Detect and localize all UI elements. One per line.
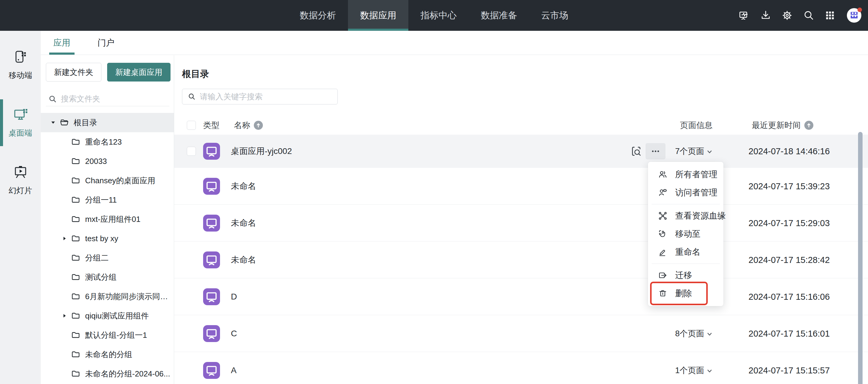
rail-item-desktop[interactable]: 桌面端 xyxy=(0,99,41,146)
menu-item-users[interactable]: 所有者管理 xyxy=(648,166,723,183)
topnav-tab-3[interactable]: 指标中心 xyxy=(408,0,469,31)
table-row[interactable]: 桌面应用-yjc002 7个页面 2024-07-18 14:46:16 xyxy=(174,135,868,168)
desktop-app-type-icon xyxy=(203,325,220,342)
rail-item-slides[interactable]: 幻灯片 xyxy=(0,157,41,204)
folder-icon xyxy=(71,234,81,243)
keyword-search-input[interactable] xyxy=(200,92,337,101)
caret-icon[interactable] xyxy=(61,215,68,223)
top-navigation-bar: 数据分析 数据应用 指标中心 数据准备 云市场 xyxy=(0,0,868,31)
tree-item[interactable]: 测试分组 xyxy=(41,267,174,287)
secondary-tab-2[interactable]: 门户 xyxy=(93,31,119,55)
tree-item[interactable]: 分组一11 xyxy=(41,190,174,209)
sort-ascending-icon[interactable] xyxy=(254,121,263,130)
data-screen-icon[interactable] xyxy=(738,9,751,22)
caret-icon[interactable] xyxy=(61,157,68,165)
table-row[interactable]: 未命名 2024-07-17 15:28:42 xyxy=(174,241,868,278)
tree-item[interactable]: 未命名的分组 xyxy=(41,345,174,364)
table-row[interactable]: 未命名 2024-07-17 15:29:03 xyxy=(174,205,868,241)
table-row[interactable]: D 2024-07-17 15:16:06 xyxy=(174,278,868,315)
select-all-checkbox[interactable] xyxy=(187,121,196,130)
menu-item-trash[interactable]: 删除 xyxy=(648,285,723,302)
tree-item[interactable]: 根目录 xyxy=(41,113,174,132)
desktop-icon xyxy=(13,107,28,123)
caret-icon[interactable] xyxy=(61,254,68,262)
download-icon[interactable] xyxy=(760,9,772,22)
tree-item[interactable]: 20033 xyxy=(41,152,174,171)
folder-icon xyxy=(71,253,81,263)
caret-icon[interactable] xyxy=(61,370,68,378)
pages-info-dropdown[interactable]: 7个页面 xyxy=(675,146,713,157)
new-folder-button[interactable]: 新建文件夹 xyxy=(46,63,101,82)
search-icon[interactable] xyxy=(802,9,815,22)
secondary-tab-1[interactable]: 应用 xyxy=(49,31,74,55)
table-row[interactable]: 未命名 2024-07-17 15:39:23 xyxy=(174,168,868,205)
caret-right-icon[interactable] xyxy=(61,312,68,320)
caret-icon[interactable] xyxy=(61,273,68,281)
folder-icon xyxy=(71,369,81,379)
pages-info-dropdown[interactable]: 1个页面 xyxy=(675,365,713,376)
secondary-tabbar: 应用 门户 xyxy=(41,31,868,55)
tree-item[interactable]: 分组二 xyxy=(41,248,174,267)
keyword-search[interactable] xyxy=(182,89,338,105)
sort-ascending-icon[interactable] xyxy=(804,121,813,130)
hand-icon xyxy=(658,230,667,238)
folder-search-input[interactable] xyxy=(61,94,169,104)
folder-icon xyxy=(71,330,81,340)
avatar[interactable] xyxy=(847,8,861,23)
caret-icon[interactable] xyxy=(61,196,68,204)
caret-icon[interactable] xyxy=(61,351,68,358)
topnav-tab-1[interactable]: 数据分析 xyxy=(288,0,348,31)
caret-right-icon[interactable] xyxy=(61,235,68,242)
menu-item-hand[interactable]: 移动至 xyxy=(648,225,723,243)
top-nav-tabs: 数据分析 数据应用 指标中心 数据准备 云市场 xyxy=(288,0,580,31)
menu-item-lineage[interactable]: 查看资源血缘 xyxy=(648,207,723,225)
desktop-app-type-icon xyxy=(203,178,220,195)
desktop-app-type-icon xyxy=(203,288,220,305)
search-icon xyxy=(48,95,57,103)
tree-item[interactable]: 6月新功能同步演示同步... xyxy=(41,287,174,306)
tree-item[interactable]: mxt-应用组件01 xyxy=(41,209,174,229)
chevron-down-icon xyxy=(707,368,713,374)
menu-item-migrate[interactable]: 迁移 xyxy=(648,266,723,285)
gear-icon[interactable] xyxy=(781,9,794,22)
tree-item[interactable]: 重命名123 xyxy=(41,132,174,152)
folder-icon xyxy=(71,292,81,301)
folder-search[interactable] xyxy=(46,92,169,106)
row-checkbox[interactable] xyxy=(187,147,196,156)
vertical-scrollbar[interactable] xyxy=(858,132,863,384)
folder-icon xyxy=(71,137,81,147)
slides-icon xyxy=(13,165,28,180)
apps-grid-icon[interactable] xyxy=(824,9,836,22)
new-desktop-app-button[interactable]: 新建桌面应用 xyxy=(107,63,170,82)
folder-icon xyxy=(71,214,81,224)
tree-item[interactable]: test by xy xyxy=(41,229,174,248)
preview-pages-icon[interactable] xyxy=(629,144,643,158)
topnav-tab-5[interactable]: 云市场 xyxy=(529,0,580,31)
table-row[interactable]: C 8个页面 2024-07-17 15:16:01 xyxy=(174,315,868,352)
caret-icon[interactable] xyxy=(61,293,68,300)
mobile-icon xyxy=(13,50,28,65)
folder-icon xyxy=(71,176,81,185)
tree-item[interactable]: qiqiu测试应用组件 xyxy=(41,306,174,325)
column-header-type: 类型 xyxy=(203,120,219,131)
menu-item-pencil[interactable]: 重命名 xyxy=(648,243,723,261)
topnav-tab-4[interactable]: 数据准备 xyxy=(469,0,529,31)
menu-item-user-eye[interactable]: 访问者管理 xyxy=(648,183,723,202)
topnav-tab-2[interactable]: 数据应用 xyxy=(348,0,408,31)
desktop-app-type-icon xyxy=(203,252,220,268)
tree-item[interactable]: 未命名的分组-2024-06... xyxy=(41,364,174,383)
caret-icon[interactable] xyxy=(61,177,68,184)
more-actions-button[interactable] xyxy=(646,143,665,159)
search-icon xyxy=(188,93,195,100)
chevron-down-icon xyxy=(707,149,713,155)
context-menu: 所有者管理 访问者管理 查看资源血缘 移动至 重命名 迁移 删除 xyxy=(648,162,723,306)
tree-item[interactable]: 默认分组-分组一1 xyxy=(41,325,174,345)
caret-down-icon[interactable] xyxy=(49,119,57,126)
side-rail: 移动端 桌面端 幻灯片 xyxy=(0,31,41,384)
pages-info-dropdown[interactable]: 8个页面 xyxy=(675,328,713,339)
caret-icon[interactable] xyxy=(61,331,68,339)
caret-icon[interactable] xyxy=(61,138,68,146)
tree-item[interactable]: Chansey的桌面应用 xyxy=(41,171,174,190)
rail-item-mobile[interactable]: 移动端 xyxy=(0,42,41,88)
table-row[interactable]: A 1个页面 2024-07-17 15:15:57 xyxy=(174,352,868,384)
